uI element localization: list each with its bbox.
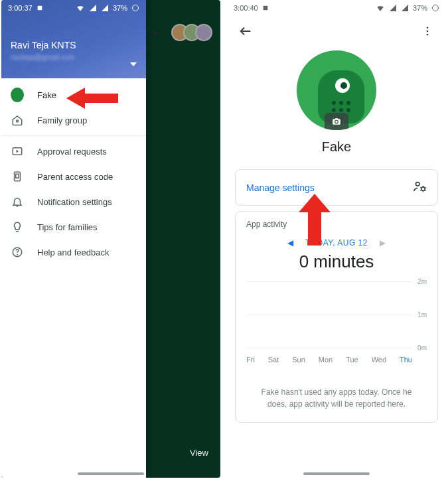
wifi-icon [376, 3, 385, 13]
status-bar: 3:00:40 37% [227, 0, 446, 16]
screenshot-icon [37, 5, 43, 11]
svg-point-7 [17, 254, 18, 255]
drawer-item-help[interactable]: Help and feedback [1, 240, 146, 265]
drawer-list: Fake Family group Approval requests Pare [1, 78, 146, 265]
home-icon [11, 114, 24, 126]
signal-icon [89, 4, 97, 12]
svg-point-11 [427, 27, 429, 29]
activity-bar-chart: 2m 1m 0m Fri Sat Sun Mon Tue Wed Thu [246, 277, 427, 364]
signal-icon [389, 4, 397, 12]
total-minutes: 0 minutes [246, 251, 427, 272]
x-tick: Sun [292, 356, 305, 364]
svg-point-1 [133, 5, 139, 11]
back-button[interactable] [234, 19, 258, 43]
divider [1, 135, 146, 136]
empty-activity-message: Fake hasn't used any apps today. Once he… [246, 364, 427, 410]
y-tick: 2m [417, 278, 427, 285]
signal-icon [101, 4, 109, 12]
status-time: 3:00:37 [8, 4, 43, 12]
drawer-item-label: Family group [37, 115, 87, 125]
nav-drawer: 3:00:37 37% Ravi Teja KNTS raviteja@gmai… [1, 0, 146, 478]
status-time-text: 3:00:37 [8, 4, 33, 12]
child-avatar-icon [11, 88, 24, 102]
date-navigator: ◀ TODAY, AUG 12 ▶ [246, 238, 427, 247]
svg-point-10 [433, 5, 439, 11]
account-name: Ravi Teja KNTS [11, 40, 137, 50]
svg-rect-4 [15, 172, 21, 181]
svg-rect-9 [263, 6, 267, 11]
y-tick: 0m [417, 344, 427, 352]
profile-section: Fake [227, 46, 446, 164]
drawer-item-access-code[interactable]: Parent access code [1, 164, 146, 189]
battery-text: 37% [113, 4, 127, 12]
help-icon [11, 246, 24, 258]
profile-avatar[interactable] [297, 50, 376, 130]
app-activity-card: App activity ◀ TODAY, AUG 12 ▶ 0 minutes… [235, 211, 438, 423]
profile-name: Fake [227, 139, 446, 155]
svg-rect-5 [16, 174, 19, 178]
date-label[interactable]: TODAY, AUG 12 [305, 238, 368, 247]
x-tick: Mon [319, 356, 333, 364]
prev-day-button[interactable]: ◀ [287, 238, 293, 247]
drawer-item-label: Tips for families [37, 222, 98, 232]
page-header [227, 16, 446, 46]
next-day-button[interactable]: ▶ [380, 238, 386, 247]
view-label[interactable]: View [190, 448, 208, 458]
drawer-item-tips[interactable]: Tips for families [1, 214, 146, 240]
person-settings-icon [412, 179, 427, 196]
phone-screenshot-left: View 3:00:37 37% Ravi Teja KNTS raviteja… [1, 0, 220, 478]
home-indicator[interactable] [303, 472, 370, 475]
drawer-item-label: Parent access code [37, 172, 113, 182]
screenshot-icon [262, 5, 269, 11]
drawer-item-child[interactable]: Fake [1, 82, 146, 107]
svg-point-2 [17, 120, 19, 122]
wifi-icon [76, 3, 85, 13]
svg-point-12 [427, 31, 429, 33]
svg-point-13 [427, 34, 429, 36]
x-axis-days: Fri Sat Sun Mon Tue Wed Thu [246, 356, 412, 364]
drawer-item-family-group[interactable]: Family group [1, 107, 146, 133]
status-time-text: 3:00:40 [234, 4, 258, 12]
signal-icon [401, 4, 409, 12]
manage-settings-card[interactable]: Manage settings [235, 169, 438, 206]
y-tick: 1m [417, 311, 427, 318]
battery-saver-icon [131, 4, 139, 12]
x-tick: Wed [372, 356, 386, 364]
account-email-redacted: raviteja@gmail.com [11, 53, 137, 61]
drawer-header[interactable]: 3:00:37 37% Ravi Teja KNTS raviteja@gmai… [1, 0, 146, 78]
svg-rect-0 [37, 6, 42, 11]
battery-saver-icon [431, 4, 439, 12]
bell-icon [11, 196, 24, 208]
expand-accounts-icon[interactable] [130, 62, 137, 66]
svg-point-14 [335, 121, 338, 123]
x-tick: Sat [268, 356, 279, 364]
x-tick: Fri [246, 356, 255, 364]
status-icons-right: 37% [76, 3, 139, 13]
camera-icon[interactable] [325, 113, 348, 130]
activity-title: App activity [246, 220, 427, 229]
access-code-icon [11, 171, 24, 182]
drawer-item-label: Notification settings [37, 197, 112, 207]
approval-icon [11, 145, 24, 157]
x-tick-active: Thu [400, 356, 412, 364]
home-indicator[interactable] [78, 472, 144, 475]
battery-text: 37% [413, 4, 427, 12]
drawer-item-approvals[interactable]: Approval requests [1, 139, 146, 164]
drawer-item-label: Approval requests [37, 147, 107, 157]
phone-screenshot-right: 3:00:40 37% Fake [227, 0, 446, 478]
manage-settings-link[interactable]: Manage settings [246, 182, 315, 193]
svg-point-15 [416, 182, 420, 186]
overflow-menu-button[interactable] [415, 19, 439, 43]
drawer-item-label: Fake [37, 90, 56, 100]
lightbulb-icon [11, 221, 24, 233]
drawer-item-notifications[interactable]: Notification settings [1, 189, 146, 214]
x-tick: Tue [346, 356, 358, 364]
svg-point-16 [421, 187, 425, 191]
drawer-item-label: Help and feedback [37, 247, 109, 257]
